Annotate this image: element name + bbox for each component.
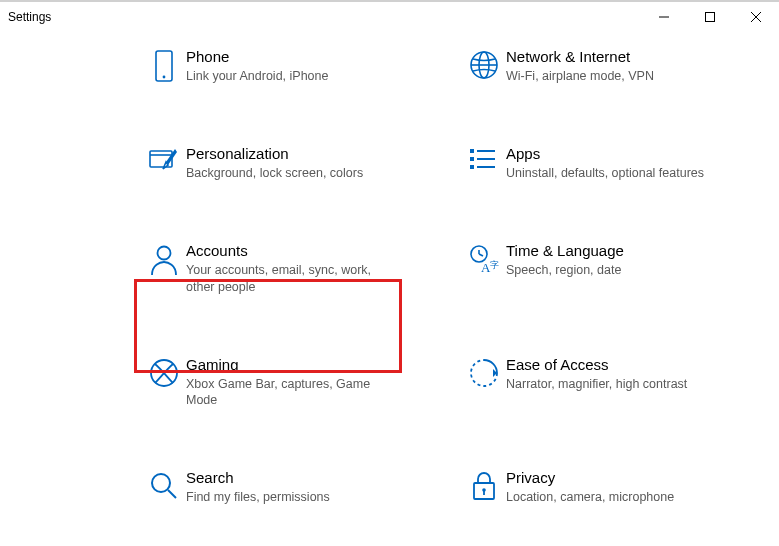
svg-line-20: [479, 254, 483, 256]
tile-subtitle: Wi-Fi, airplane mode, VPN: [506, 68, 712, 85]
tile-title: Gaming: [186, 356, 392, 373]
svg-point-25: [152, 474, 170, 492]
globe-icon: [462, 48, 506, 80]
tile-title: Ease of Access: [506, 356, 712, 373]
person-icon: [142, 242, 186, 276]
tile-subtitle: Speech, region, date: [506, 262, 712, 279]
maximize-button[interactable]: [687, 2, 733, 32]
tile-network[interactable]: Network & Internet Wi-Fi, airplane mode,…: [460, 42, 720, 91]
tile-title: Phone: [186, 48, 392, 65]
svg-line-26: [168, 490, 176, 498]
paintbrush-icon: [142, 145, 186, 177]
svg-rect-1: [706, 13, 715, 22]
ease-of-access-icon: [462, 356, 506, 388]
tile-title: Network & Internet: [506, 48, 712, 65]
tile-privacy[interactable]: Privacy Location, camera, microphone: [460, 463, 720, 512]
settings-grid: Phone Link your Android, iPhone Network …: [140, 42, 779, 512]
tile-phone[interactable]: Phone Link your Android, iPhone: [140, 42, 400, 91]
settings-content: Phone Link your Android, iPhone Network …: [0, 32, 779, 512]
tile-ease-of-access[interactable]: Ease of Access Narrator, magnifier, high…: [460, 350, 720, 416]
tile-subtitle: Xbox Game Bar, captures, Game Mode: [186, 376, 392, 410]
tile-title: Personalization: [186, 145, 392, 162]
tile-subtitle: Narrator, magnifier, high contrast: [506, 376, 712, 393]
xbox-icon: [142, 356, 186, 388]
tile-personalization[interactable]: Personalization Background, lock screen,…: [140, 139, 400, 188]
tile-subtitle: Location, camera, microphone: [506, 489, 712, 506]
svg-rect-11: [470, 149, 474, 153]
svg-rect-16: [477, 166, 495, 168]
tile-subtitle: Background, lock screen, colors: [186, 165, 392, 182]
phone-icon: [142, 48, 186, 84]
tile-subtitle: Uninstall, defaults, optional features: [506, 165, 712, 182]
tile-title: Accounts: [186, 242, 392, 259]
svg-point-17: [158, 246, 171, 259]
lock-icon: [462, 469, 506, 501]
tile-title: Time & Language: [506, 242, 712, 259]
tile-gaming[interactable]: Gaming Xbox Game Bar, captures, Game Mod…: [140, 350, 400, 416]
tile-title: Privacy: [506, 469, 712, 486]
tile-accounts[interactable]: Accounts Your accounts, email, sync, wor…: [140, 236, 400, 302]
window-title: Settings: [8, 10, 51, 24]
svg-rect-12: [477, 150, 495, 152]
tile-subtitle: Link your Android, iPhone: [186, 68, 392, 85]
svg-rect-13: [470, 157, 474, 161]
tile-title: Search: [186, 469, 392, 486]
svg-rect-14: [477, 158, 495, 160]
tile-title: Apps: [506, 145, 712, 162]
apps-list-icon: [462, 145, 506, 173]
close-button[interactable]: [733, 2, 779, 32]
svg-rect-15: [470, 165, 474, 169]
titlebar: Settings: [0, 2, 779, 32]
search-icon: [142, 469, 186, 501]
svg-text:字: 字: [490, 260, 499, 270]
minimize-button[interactable]: [641, 2, 687, 32]
tile-search[interactable]: Search Find my files, permissions: [140, 463, 400, 512]
tile-subtitle: Find my files, permissions: [186, 489, 392, 506]
time-language-icon: A 字: [462, 242, 506, 274]
tile-time-language[interactable]: A 字 Time & Language Speech, region, date: [460, 236, 720, 302]
svg-point-5: [163, 76, 166, 79]
tile-apps[interactable]: Apps Uninstall, defaults, optional featu…: [460, 139, 720, 188]
tile-subtitle: Your accounts, email, sync, work, other …: [186, 262, 392, 296]
